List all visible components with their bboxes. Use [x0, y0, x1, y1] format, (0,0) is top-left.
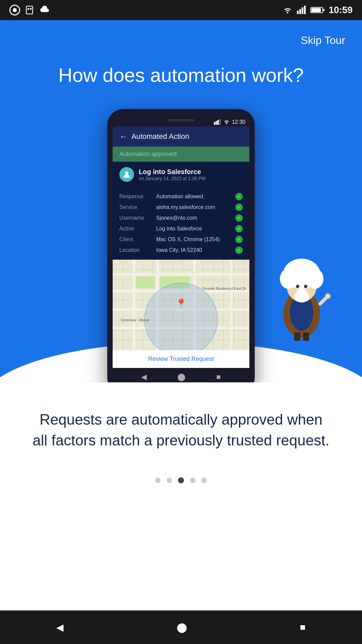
svg-rect-2 [30, 8, 32, 10]
table-row: Location Iowa City, IA 52240 ✓ [119, 245, 243, 256]
table-row: Response Automation allowed. ✓ [119, 191, 243, 202]
map-section: 📍 Kessler Boulevard East Dr Greenway - M… [113, 260, 249, 350]
svg-rect-6 [302, 7, 303, 14]
phone-wifi-icon [223, 119, 230, 125]
svg-point-15 [226, 123, 227, 124]
phone-nav-bar: ◀ ⬤ ■ [113, 368, 249, 382]
phone-overview-button[interactable]: ■ [216, 373, 221, 381]
map-green-block [136, 276, 155, 288]
white-section: Requests are automatically approved when… [0, 382, 362, 497]
map-road [230, 260, 233, 350]
action-title: Log into Salesforce [139, 168, 205, 176]
review-trusted-request-section: Review Trusted Request [113, 350, 249, 368]
phone-mockup: 12:30 ← Automated Action Automation appr… [107, 109, 255, 382]
svg-point-25 [296, 285, 299, 288]
phone-frame: 12:30 ← Automated Action Automation appr… [107, 109, 255, 382]
camera-icon [9, 5, 20, 15]
approval-banner: Automation approved. [113, 147, 249, 162]
status-bar: 10:59 [0, 0, 362, 20]
dot-2[interactable] [167, 478, 172, 483]
screen-title-text: Automated Action [131, 132, 189, 141]
map-label-road: Kessler Boulevard East Dr [203, 286, 246, 290]
svg-line-29 [320, 297, 327, 304]
table-row: Username Sjones@nto.com ✓ [119, 213, 243, 223]
detail-label-2: Username [119, 215, 156, 221]
check-icon-4: ✓ [235, 236, 243, 243]
sim-icon [25, 5, 34, 15]
bottom-navigation: ◀ ⬤ ■ [0, 610, 362, 644]
table-row: Service aloha.my.salesforce.com ✓ [119, 202, 243, 213]
svg-rect-32 [303, 332, 309, 341]
action-date: on January 14, 2022 at 1:36 PM [139, 176, 205, 181]
action-header: Log into Salesforce on January 14, 2022 … [113, 162, 249, 187]
svg-rect-12 [216, 121, 217, 125]
detail-label-3: Action [119, 226, 156, 232]
page-title: How does automation work? [0, 64, 362, 86]
phone-screen: ← Automated Action Automation approved. … [113, 126, 249, 382]
svg-point-24 [302, 261, 315, 278]
map-pin: 📍 [175, 298, 187, 309]
check-icon-3: ✓ [235, 225, 243, 232]
einstein-mascot [268, 247, 335, 342]
svg-rect-4 [297, 11, 299, 14]
check-icon-0: ✓ [235, 193, 243, 200]
map-label-greenway: Greenway - Monon [121, 318, 149, 322]
details-table: Response Automation allowed. ✓ Service a… [113, 187, 249, 260]
action-avatar [119, 167, 134, 182]
phone-signal-icon [214, 119, 221, 125]
svg-rect-7 [304, 6, 306, 14]
svg-point-28 [294, 290, 309, 303]
detail-value-2: Sjones@nto.com [156, 215, 235, 221]
svg-point-3 [287, 12, 288, 13]
svg-rect-13 [217, 120, 219, 125]
system-home-button[interactable]: ⬤ [177, 622, 187, 633]
check-icon-5: ✓ [235, 247, 243, 254]
svg-point-16 [125, 171, 128, 175]
detail-label-4: Client [119, 236, 156, 243]
svg-rect-0 [26, 6, 33, 14]
dot-5[interactable] [201, 478, 207, 483]
blue-section: Skip Tour How does automation work? 12:3… [0, 20, 362, 382]
review-trusted-request-button[interactable]: Review Trusted Request [148, 356, 214, 362]
cloud-icon [39, 5, 51, 15]
phone-back-button[interactable]: ◀ [141, 373, 147, 381]
svg-rect-9 [311, 8, 321, 12]
phone-speaker [168, 119, 194, 122]
back-icon: ← [119, 132, 127, 141]
system-overview-button[interactable]: ■ [300, 622, 306, 633]
table-row: Client Mac OS X, Chrome (1254) ✓ [119, 234, 243, 245]
signal-icon [297, 5, 307, 15]
check-icon-2: ✓ [235, 214, 243, 222]
status-bar-right: 10:59 [282, 5, 353, 15]
svg-point-26 [304, 285, 307, 288]
phone-time: 12:30 [232, 119, 245, 125]
svg-rect-5 [299, 9, 301, 14]
svg-rect-14 [219, 119, 220, 125]
detail-value-4: Mac OS X, Chrome (1254) [156, 236, 235, 243]
dot-4[interactable] [190, 478, 195, 483]
detail-label-5: Location [119, 247, 156, 253]
svg-point-30 [325, 293, 330, 299]
dot-3-active[interactable] [178, 477, 184, 483]
svg-point-23 [288, 261, 302, 278]
detail-value-0: Automation allowed. [156, 194, 235, 200]
svg-rect-31 [294, 332, 300, 341]
status-bar-left [9, 5, 51, 15]
body-description: Requests are automatically approved when… [30, 409, 332, 450]
dot-1[interactable] [155, 478, 161, 483]
svg-rect-1 [27, 8, 29, 10]
phone-home-button[interactable]: ⬤ [177, 373, 186, 381]
map-road [133, 260, 135, 350]
system-back-button[interactable]: ◀ [56, 622, 64, 633]
detail-label-0: Response [119, 194, 156, 200]
page-dots-indicator [155, 477, 207, 483]
svg-rect-11 [214, 122, 215, 125]
detail-value-1: aloha.my.salesforce.com [156, 204, 235, 210]
detail-label-1: Service [119, 204, 156, 210]
check-icon-1: ✓ [235, 204, 243, 211]
skip-tour-button[interactable]: Skip Tour [301, 34, 345, 47]
time-display: 10:59 [328, 5, 353, 15]
wifi-icon [282, 5, 294, 15]
screen-header: ← Automated Action [113, 126, 249, 147]
table-row: Action Log into Salesforce ✓ [119, 223, 243, 234]
